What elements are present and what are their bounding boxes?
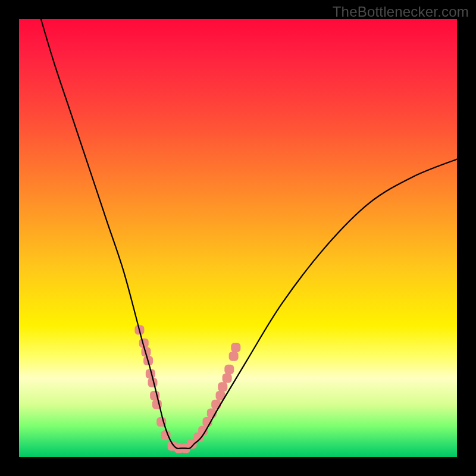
watermark-label: TheBottlenecker.com	[333, 4, 469, 20]
highlight-dot	[229, 352, 239, 361]
highlight-dot	[223, 374, 232, 383]
highlight-dot	[218, 382, 227, 392]
plot-area	[19, 19, 457, 457]
chart-frame: TheBottlenecker.com	[0, 0, 476, 476]
chart-svg	[19, 19, 457, 457]
marker-layer	[134, 325, 240, 453]
bottleneck-curve	[41, 19, 457, 449]
highlight-dot	[231, 343, 240, 352]
highlight-dot	[224, 365, 234, 374]
highlight-dot	[211, 400, 221, 409]
